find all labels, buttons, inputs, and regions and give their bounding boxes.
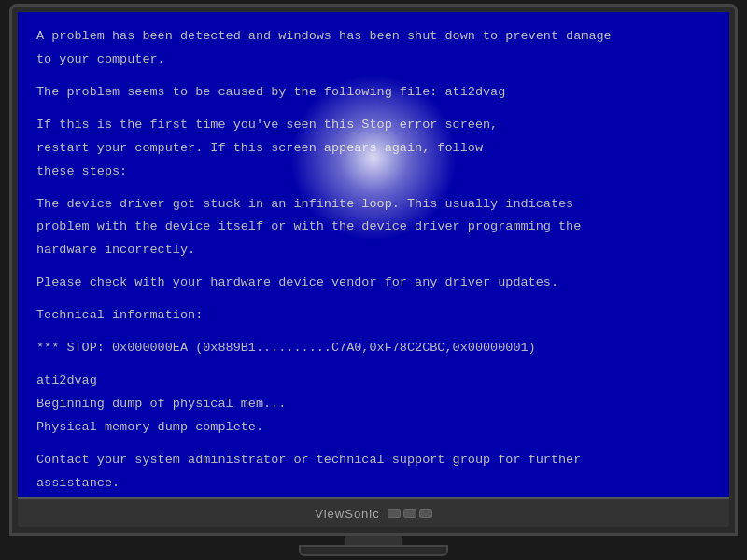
bsod-line-9: hardware incorrectly.	[36, 241, 711, 260]
bsod-line-12: *** STOP: 0x000000EA (0x889B1..........C…	[36, 339, 711, 358]
bsod-line-11: Technical information:	[36, 306, 711, 326]
bsod-line-10: Please check with your hardware device v…	[36, 273, 711, 293]
monitor-button-2[interactable]	[403, 509, 416, 518]
bsod-line-17: assistance.	[36, 474, 711, 494]
monitor-stand-base	[299, 545, 448, 556]
bsod-line-14: Beginning dump of physical mem...	[36, 395, 711, 414]
bsod-content: A problem has been detected and windows …	[18, 12, 729, 497]
bsod-line-8: problem with the device itself or with t…	[36, 217, 711, 237]
monitor-buttons	[388, 509, 432, 518]
bsod-line-13: ati2dvag	[36, 371, 711, 391]
bsod-line-4: If this is the first time you've seen th…	[36, 116, 711, 135]
monitor-stand-neck	[345, 536, 402, 545]
bsod-line-5: restart your computer. If this screen ap…	[36, 139, 711, 159]
bsod-line-16: Contact your system administrator or tec…	[36, 451, 711, 470]
screen: A problem has been detected and windows …	[18, 12, 729, 497]
bsod-line-1: A problem has been detected and windows …	[36, 27, 711, 47]
bsod-line-3: The problem seems to be caused by the fo…	[36, 83, 711, 103]
bsod-line-15: Physical memory dump complete.	[36, 418, 711, 438]
bsod-line-2: to your computer.	[36, 50, 711, 70]
bsod-line-7: The device driver got stuck in an infini…	[36, 195, 711, 215]
bsod-line-6: these steps:	[36, 162, 711, 182]
monitor-brand: ViewSonic	[315, 507, 379, 521]
monitor: A problem has been detected and windows …	[9, 4, 738, 536]
monitor-button-3[interactable]	[419, 509, 432, 518]
monitor-bottom-bar: ViewSonic	[18, 497, 729, 527]
monitor-button-1[interactable]	[388, 509, 401, 518]
